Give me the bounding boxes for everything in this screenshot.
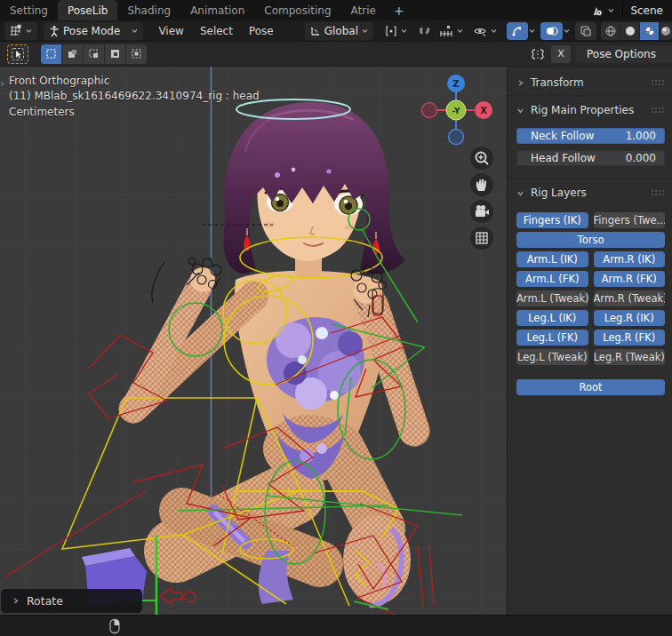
rig-layer-button-arm-l-fk[interactable]: Arm.L (FK) [516,271,588,287]
svg-text:X: X [480,106,487,115]
shading-rendered-button[interactable] [660,22,672,40]
select-invert-button[interactable] [105,44,126,64]
rig-layer-button-leg-r-ik[interactable]: Leg.R (IK) [594,310,666,326]
rig-layer-button-arm-r-ik[interactable]: Arm.R (IK) [594,251,666,267]
grid-icon [470,227,493,250]
select-extend-button[interactable] [62,44,84,64]
zoom-icon [470,147,493,170]
units-text: Centimeters [9,106,75,118]
orientation-global-icon [309,25,322,37]
rig-main-sliders: Neck Follow1.000Head Follow0.000 [508,128,672,166]
menu-view[interactable]: View [150,25,191,37]
workspace-tab-animation[interactable]: Animation [180,0,254,20]
rig-layers-grid: Fingers (IK)Fingers (Twe...TorsoArm.L (I… [508,211,672,365]
snap-toggle[interactable] [418,24,431,37]
workspace-tab-shading[interactable]: Shading [117,0,180,20]
axis-neg-x-handle[interactable] [422,103,437,118]
panel-header-transform[interactable]: Transform [508,72,672,93]
panel-grip[interactable] [651,189,665,196]
rig-layer-button-root[interactable]: Root [516,379,665,395]
panel-header-rig-layers[interactable]: Rig Layers [508,182,672,203]
slider-value: 0.000 [626,152,656,164]
object-visibility-dropdown[interactable] [468,22,502,40]
rig-layer-button-fingers-twe[interactable]: Fingers (Twe... [594,212,666,228]
rig-layer-button-leg-l-tweak[interactable]: Leg.L (Tweak) [516,349,588,365]
transform-orientation-dropdown[interactable]: Global [305,22,373,40]
axis-x-handle[interactable]: X [475,101,492,119]
panel-grip[interactable] [651,79,665,86]
select-set-button[interactable] [41,44,62,64]
rig-layer-button-leg-r-tweak[interactable]: Leg.R (Tweak) [594,349,666,365]
active-tool-button[interactable] [7,44,28,64]
chevron-down-icon [25,27,33,35]
navigation-gizmo[interactable]: Z X -Y [419,73,495,149]
rig-layer-button-arm-r-fk[interactable]: Arm.R (FK) [594,271,666,287]
shading-solid-button[interactable] [620,22,640,40]
status-bar [0,615,672,636]
select-subtract-button[interactable] [84,44,105,64]
workspace-tab-poselib[interactable]: PoseLib [58,0,117,20]
hand-icon [470,173,493,196]
shading-wireframe-button[interactable] [601,22,620,40]
viewport-3d[interactable]: › Front Orthographic (11) MBlab_sk161646… [0,67,507,615]
rendered-icon [660,25,672,37]
rig-layer-button-leg-r-fk[interactable]: Leg.R (FK) [594,330,666,346]
chevron-right-icon [516,79,524,87]
axis-neg-z-handle[interactable] [449,130,464,145]
wireframe-icon [604,25,617,37]
chevron-down-icon [456,27,464,35]
toolbar-expand-arrow[interactable]: › [0,77,4,90]
pivot-point-icon [385,25,397,37]
editor-type-icon [9,24,22,37]
mode-label: Pose Mode [63,25,120,37]
mirror-x-button[interactable]: X [551,45,571,63]
rig-layer-button-arm-l-tweak[interactable]: Arm.L (Tweak) [516,290,588,306]
character-mesh [82,102,414,606]
view-name-text: Front Orthographic [9,75,109,87]
camera-view-button[interactable] [470,200,493,223]
menu-select[interactable]: Select [192,25,241,37]
material-preview-icon [644,25,656,37]
operator-label: Rotate [27,594,63,608]
chevron-down-icon [131,27,139,35]
xray-toggle[interactable] [575,22,596,40]
chevron-down-icon [516,107,524,115]
scene-selector[interactable]: Scene [584,0,672,20]
camera-icon [470,200,493,223]
workspace-tab-atrie[interactable]: Atrie [341,0,386,20]
workspace-tab-setting[interactable]: Setting [0,0,58,20]
add-workspace-button[interactable]: + [386,0,412,20]
rig-layer-button-torso[interactable]: Torso [516,232,665,248]
axis-z-handle[interactable]: Z [447,75,465,92]
rig-layer-button-leg-l-ik[interactable]: Leg.L (IK) [516,310,588,326]
select-intersect-button[interactable] [126,44,147,64]
shading-material-button[interactable] [640,22,660,40]
rig-layer-button-leg-l-fk[interactable]: Leg.L (FK) [516,330,588,346]
zoom-button[interactable] [470,147,493,170]
pivot-point-dropdown[interactable] [380,22,412,40]
editor-type-button[interactable] [4,22,37,40]
slider-head-follow[interactable]: Head Follow0.000 [516,150,665,166]
slider-neck-follow[interactable]: Neck Follow1.000 [516,128,665,144]
tool-settings-bar: X Pose Options [0,42,672,67]
pan-button[interactable] [470,173,493,196]
rig-layer-button-arm-r-tweak[interactable]: Arm.R (Tweak) [594,290,666,306]
mode-dropdown[interactable]: Pose Mode [44,22,143,40]
gizmos-toggle[interactable] [507,22,528,40]
rig-layer-button-fingers-ik[interactable]: Fingers (IK) [516,212,588,228]
menu-pose[interactable]: Pose [241,25,282,37]
operator-panel[interactable]: Rotate [1,589,142,613]
perspective-toggle-button[interactable] [470,227,493,250]
pose-options-dropdown[interactable]: Pose Options [576,45,672,63]
snap-target-dropdown[interactable] [435,22,468,40]
overlays-toggle[interactable] [540,22,563,40]
axis-neg-y-handle[interactable]: -Y [446,100,466,120]
overlays-dropdown-icon[interactable] [563,27,571,35]
workspace-tab-compositing[interactable]: Compositing [254,0,340,20]
topbar-tabs: SettingPoseLibShadingAnimationCompositin… [0,0,386,20]
gizmos-dropdown-icon[interactable] [528,27,536,35]
panel-grip[interactable] [651,107,665,114]
rig-layer-button-arm-l-ik[interactable]: Arm.L (IK) [516,251,588,267]
panel-header-rig-main-properties[interactable]: Rig Main Properties [508,99,672,121]
slider-label: Neck Follow [531,130,594,142]
